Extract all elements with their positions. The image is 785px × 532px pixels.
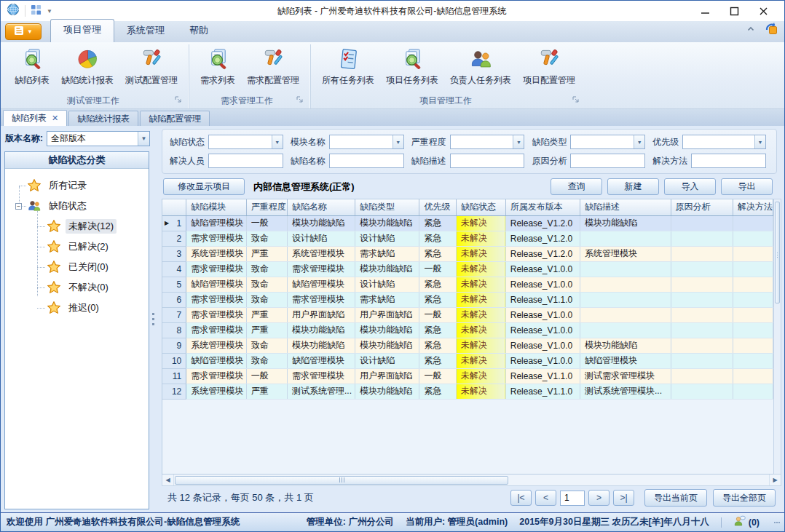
grid-column-header[interactable]: 所属发布版本 [505,199,580,215]
ribbon-tab[interactable]: 系统管理 [114,20,177,42]
close-button[interactable] [754,4,773,18]
filter-input-value[interactable] [683,135,754,148]
grid-column-header[interactable]: 缺陷状态 [456,199,505,215]
vertical-scrollbar-thumb[interactable] [775,202,780,303]
filter-input[interactable] [691,154,766,168]
filter-input[interactable] [208,154,283,168]
quick-access-grid-icon[interactable] [31,4,42,18]
tree-item[interactable]: 未解决(12) [47,216,147,237]
grid-column-header[interactable]: 解决方法 [733,199,773,215]
tree-item[interactable]: −缺陷状态 [27,196,147,216]
grid-row[interactable]: 11需求管理模块一般需求管理模块用户界面缺陷一般未解决Release_V1.1.… [162,368,773,384]
minimize-button[interactable] [695,4,714,18]
grid-column-header[interactable]: 缺陷描述 [580,199,671,215]
document-tab[interactable]: 缺陷列表✕ [3,110,67,126]
grid-row[interactable]: 4需求管理模块致命需求管理模块模块功能缺陷一般未解决Release_V1.0.0 [162,261,773,277]
grid-row[interactable]: 9系统管理模块致命模块功能缺陷模块功能缺陷紧急未解决Release_V1.0.0… [162,338,773,353]
next-page-button[interactable]: > [588,490,610,506]
ribbon-button[interactable]: 所有任务列表 [317,45,379,88]
dropdown-arrow-icon[interactable]: ▼ [272,135,283,148]
dropdown-arrow-icon[interactable]: ▼ [634,135,644,148]
dropdown-arrow-icon[interactable]: ▼ [754,135,765,148]
ribbon-button[interactable]: 需求列表 [195,45,240,88]
filter-select[interactable]: ▼ [208,135,283,149]
grid-column-header[interactable]: 严重程度 [246,199,287,215]
filter-input[interactable] [450,154,525,168]
ribbon-button[interactable]: 需求配置管理 [242,45,304,88]
export-all-pages-button[interactable]: 导出全部页 [713,489,776,507]
filter-input-value[interactable] [451,135,513,148]
dialog-launcher-icon[interactable] [572,95,580,106]
grid-row[interactable]: 8需求管理模块严重模块功能缺陷模块功能缺陷紧急未解决Release_V1.0.0 [162,322,773,338]
maximize-button[interactable] [725,4,743,18]
prev-page-button[interactable]: < [535,490,556,506]
page-number-input[interactable] [560,491,585,506]
toolbar-action-button[interactable]: 导出 [721,178,773,195]
filter-input[interactable] [570,154,645,168]
grid-row[interactable]: 10缺陷管理模块致命缺陷管理模块设计缺陷紧急未解决Release_V1.0.0缺… [162,353,773,368]
dropdown-arrow-icon[interactable]: ▼ [392,135,403,148]
filter-input-value[interactable] [209,135,272,148]
tree-item[interactable]: 不解决(0) [47,277,147,298]
tree-item[interactable]: 已解决(2) [47,237,147,257]
filter-select[interactable]: ▼ [450,135,525,149]
ribbon-button[interactable]: 缺陷列表 [9,45,55,88]
grid-row[interactable]: 5缺陷管理模块致命缺陷管理模块设计缺陷紧急未解决Release_V1.0.0 [162,277,773,292]
filter-input-value[interactable] [209,154,283,167]
version-combobox[interactable]: 全部版本 ▼ [47,131,150,146]
ribbon-button[interactable]: 项目任务列表 [381,45,443,88]
grid-column-header[interactable]: 缺陷类型 [355,199,419,215]
modify-columns-button[interactable]: 修改显示项目 [163,178,245,195]
message-indicator[interactable]: (0) [733,515,760,529]
application-menu-button[interactable]: ▼ [5,23,42,40]
grid-column-header[interactable]: 缺陷模块 [186,199,246,215]
filter-input-value[interactable] [571,135,634,148]
filter-select[interactable]: ▼ [682,135,766,149]
ribbon-tab[interactable]: 帮助 [177,20,221,42]
tree-item[interactable]: 所有记录 [27,175,147,196]
dialog-launcher-icon[interactable] [296,95,304,106]
grid-row[interactable]: 12系统管理模块严重测试系统管理...模块功能缺陷紧急未解决Release_V1… [162,384,773,399]
horizontal-scrollbar-thumb[interactable] [175,476,508,485]
ribbon-button[interactable]: 负责人任务列表 [445,45,516,88]
grid-column-header[interactable]: 原因分析 [671,199,733,215]
filter-select[interactable]: ▼ [570,135,645,149]
vertical-scrollbar[interactable] [773,199,781,475]
filter-input-value[interactable] [330,135,392,148]
ribbon-button[interactable]: 测试配置管理 [120,45,183,88]
collapse-ribbon-icon[interactable] [746,24,756,37]
grid-row[interactable]: 6需求管理模块致命需求管理模块需求缺陷紧急未解决Release_V1.1.0 [162,292,773,307]
dialog-launcher-icon[interactable] [174,95,182,106]
filter-input-value[interactable] [571,154,644,167]
filter-input-value[interactable] [692,154,765,167]
first-page-button[interactable]: |< [510,490,532,506]
tree-expander-icon[interactable]: − [15,203,22,210]
filter-input-value[interactable] [330,154,403,167]
ribbon-button[interactable]: 项目配置管理 [518,45,580,88]
toolbar-action-button[interactable]: 查询 [551,178,602,195]
tree-item[interactable]: 推迟(0) [47,298,147,318]
document-tab[interactable]: 缺陷统计报表 [68,111,138,126]
horizontal-scrollbar[interactable]: ◀ ▶ [162,475,781,486]
filter-input[interactable] [329,154,404,168]
resize-grip-icon[interactable] [774,522,780,523]
scroll-right-icon[interactable]: ▶ [769,475,781,485]
ribbon-button[interactable]: 缺陷统计报表 [56,45,119,88]
grid-column-header[interactable]: 缺陷名称 [287,199,355,215]
dropdown-arrow-icon[interactable]: ▼ [513,135,524,148]
document-tab[interactable]: 缺陷配置管理 [140,111,210,126]
grid-row[interactable]: 2需求管理模块致命设计缺陷设计缺陷紧急未解决Release_V1.2.0 [162,231,773,246]
tab-close-icon[interactable]: ✕ [52,114,58,123]
tree-item[interactable]: 已关闭(0) [47,257,147,277]
quick-access-dropdown-icon[interactable]: ▼ [47,8,52,15]
grid-row[interactable]: 3系统管理模块严重系统管理模块需求缺陷紧急未解决Release_V1.2.0系统… [162,246,773,261]
style-switch-icon[interactable] [765,22,778,39]
grid-row[interactable]: 7需求管理模块严重用户界面缺陷用户界面缺陷一般未解决Release_V1.0.0 [162,307,773,322]
sidebar-splitter[interactable] [150,126,156,512]
filter-select[interactable]: ▼ [329,135,404,149]
combobox-arrow-icon[interactable]: ▼ [138,132,149,146]
filter-input-value[interactable] [451,154,524,167]
globe-app-icon[interactable] [7,3,20,19]
toolbar-action-button[interactable]: 导入 [664,178,716,195]
export-current-page-button[interactable]: 导出当前页 [644,489,707,507]
